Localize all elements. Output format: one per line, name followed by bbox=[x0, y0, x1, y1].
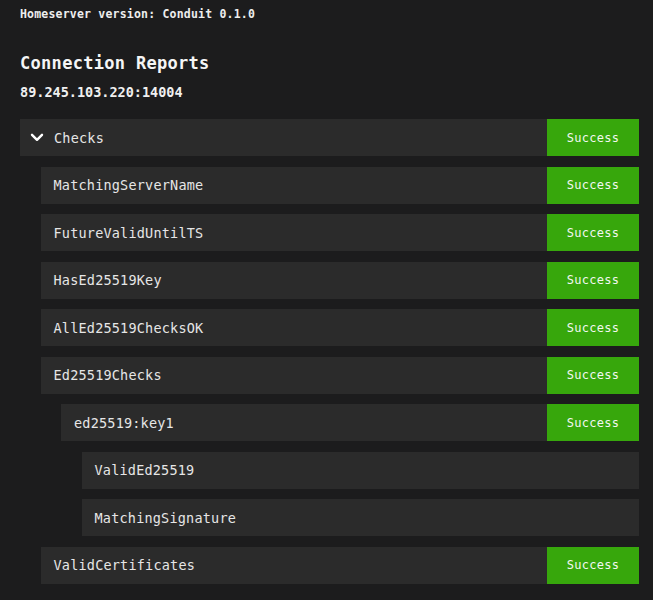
check-label: FutureValidUntilTS bbox=[54, 225, 204, 241]
check-row-alled25519checksok: AllEd25519ChecksOK Success bbox=[41, 309, 640, 346]
check-label: MatchingServerName bbox=[54, 177, 204, 193]
homeserver-version-line: Homeserver version: Conduit 0.1.0 bbox=[20, 8, 639, 20]
check-label: ValidCertificates bbox=[54, 557, 196, 573]
check-row-hased25519key: HasEd25519Key Success bbox=[41, 262, 640, 299]
check-label: Ed25519Checks bbox=[54, 367, 162, 383]
check-row-ed25519-key1: ed25519:key1 Success bbox=[61, 404, 639, 441]
status-badge: Success bbox=[547, 214, 639, 251]
check-rows-list: Checks Success MatchingServerName Succes… bbox=[20, 119, 639, 584]
server-address: 89.245.103.220:14004 bbox=[20, 86, 639, 99]
check-label: MatchingSignature bbox=[95, 510, 237, 526]
check-row-matchingsignature: MatchingSignature bbox=[82, 499, 640, 536]
check-row-ed25519checks: Ed25519Checks Success bbox=[41, 357, 640, 394]
status-badge: Success bbox=[547, 404, 639, 441]
status-badge: Success bbox=[547, 309, 639, 346]
status-badge: Success bbox=[547, 167, 639, 204]
page-title: Connection Reports bbox=[20, 54, 639, 72]
check-label: Checks bbox=[54, 130, 104, 146]
status-badge: Success bbox=[547, 547, 639, 584]
check-row-valided25519: ValidEd25519 bbox=[82, 452, 640, 489]
check-label: ValidEd25519 bbox=[95, 462, 195, 478]
connection-report-page: Homeserver version: Conduit 0.1.0 Connec… bbox=[0, 0, 653, 584]
check-label: AllEd25519ChecksOK bbox=[54, 320, 204, 336]
chevron-down-icon bbox=[30, 133, 44, 142]
check-label: HasEd25519Key bbox=[54, 272, 162, 288]
status-badge: Success bbox=[547, 357, 639, 394]
check-row-validcertificates: ValidCertificates Success bbox=[41, 547, 640, 584]
check-row-futurevaliduntilts: FutureValidUntilTS Success bbox=[41, 214, 640, 251]
status-badge: Success bbox=[547, 119, 639, 156]
check-row-matchingservername: MatchingServerName Success bbox=[41, 167, 640, 204]
status-badge: Success bbox=[547, 262, 639, 299]
check-row-checks[interactable]: Checks Success bbox=[20, 119, 639, 156]
check-label: ed25519:key1 bbox=[74, 415, 174, 431]
